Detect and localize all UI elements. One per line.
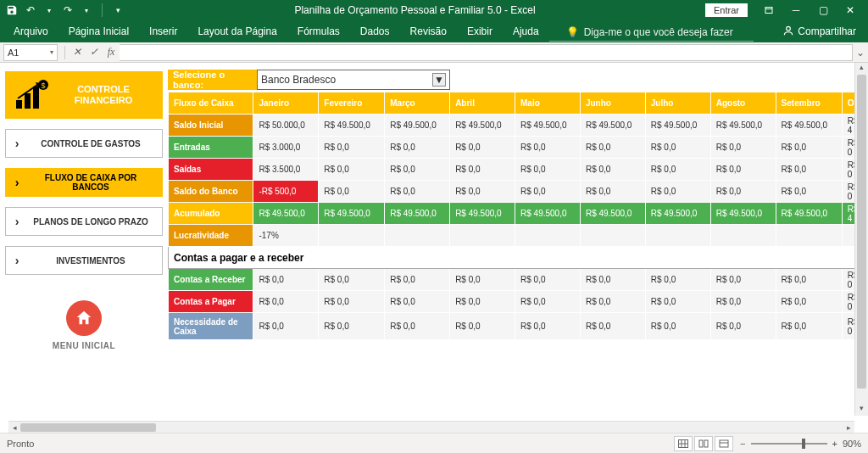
cell[interactable]: R$ 0,0 — [385, 159, 450, 181]
cell[interactable]: R$ 0,0 — [385, 181, 450, 203]
tab-dados[interactable]: Dados — [350, 20, 400, 42]
cell[interactable]: R$ 0,0 — [776, 291, 842, 313]
formula-input[interactable] — [120, 44, 853, 61]
cell[interactable]: R$ 49.500,0 — [450, 115, 515, 137]
cell[interactable]: R$ 0,0 — [319, 181, 385, 203]
zoom-level[interactable]: 90% — [843, 439, 861, 449]
tab-ajuda[interactable]: Ajuda — [503, 20, 549, 42]
cell[interactable]: R$ 0,0 — [580, 137, 645, 159]
cell[interactable]: R$ 0,0 — [580, 269, 645, 291]
tab-revisao[interactable]: Revisão — [400, 20, 457, 42]
undo-icon[interactable]: ↶ — [24, 3, 37, 17]
tab-pagina-inicial[interactable]: Página Inicial — [58, 20, 139, 42]
cell[interactable]: R$ 0,0 — [645, 269, 710, 291]
cell[interactable]: R$ 0,0 — [385, 313, 450, 340]
save-icon[interactable] — [5, 3, 19, 17]
cell[interactable]: R$ 0,0 — [450, 181, 515, 203]
nav-controle-gastos[interactable]: › CONTROLE DE GASTOS — [5, 129, 163, 158]
cell[interactable]: R$ 0,0 — [645, 313, 710, 340]
zoom-in-icon[interactable]: + — [832, 439, 837, 449]
fx-icon[interactable]: fx — [103, 44, 120, 61]
tab-formulas[interactable]: Fórmulas — [287, 20, 350, 42]
cell[interactable] — [710, 225, 776, 247]
cell[interactable]: R$ 0,0 — [385, 137, 450, 159]
scroll-right-icon[interactable]: ▸ — [843, 423, 854, 432]
qat-customize-icon[interactable]: ▾ — [111, 3, 125, 17]
zoom-thumb[interactable] — [802, 439, 805, 449]
cell[interactable]: -R$ 500,0 — [253, 181, 319, 203]
cell[interactable]: R$ 0,0 — [776, 313, 842, 340]
cell[interactable]: R$ 0,0 — [776, 269, 842, 291]
cell[interactable]: R$ 0,0 — [319, 137, 385, 159]
scroll-left-icon[interactable]: ◂ — [8, 423, 20, 432]
bank-dropdown[interactable]: Banco Bradesco ▼ — [257, 70, 450, 90]
page-layout-view-icon[interactable] — [694, 436, 713, 451]
cell[interactable]: R$ 0,0 — [319, 159, 385, 181]
name-box-dropdown-icon[interactable]: ▾ — [50, 48, 53, 56]
cell[interactable]: R$ 0,0 — [710, 269, 776, 291]
vertical-scrollbar[interactable]: ▴ ▾ — [854, 63, 868, 416]
cell[interactable]: R$ 0,0 — [450, 313, 515, 340]
nav-planos-longo-prazo[interactable]: › PLANOS DE LONGO PRAZO — [5, 207, 163, 236]
cell[interactable]: R$ 49.500,0 — [319, 115, 385, 137]
cell[interactable]: R$ 0,0 — [515, 269, 581, 291]
cell[interactable]: R$ 0,0 — [319, 291, 385, 313]
cell[interactable]: R$ 0,0 — [450, 137, 515, 159]
cell[interactable]: R$ 0,0 — [710, 159, 776, 181]
cell[interactable]: R$ 3.000,0 — [253, 137, 319, 159]
expand-formula-bar-icon[interactable]: ⌄ — [853, 47, 868, 59]
cell[interactable] — [645, 225, 710, 247]
cell[interactable]: R$ 49.500,0 — [776, 115, 842, 137]
ribbon-display-icon[interactable] — [756, 2, 782, 19]
cell[interactable]: R$ 0,0 — [515, 159, 581, 181]
home-button[interactable] — [66, 300, 102, 336]
cell[interactable] — [515, 225, 581, 247]
cell[interactable]: R$ 0,0 — [319, 269, 385, 291]
cell[interactable]: R$ 0,0 — [776, 159, 842, 181]
cell[interactable]: R$ 49.500,0 — [580, 115, 645, 137]
cell[interactable]: R$ 0,0 — [580, 159, 645, 181]
tell-me-search[interactable]: 💡 — [549, 25, 754, 42]
cell[interactable]: R$ 49.500,0 — [515, 203, 581, 225]
name-box[interactable]: A1 ▾ — [3, 44, 58, 61]
minimize-icon[interactable]: ─ — [783, 2, 809, 19]
cell[interactable] — [580, 225, 645, 247]
cell[interactable]: R$ 49.500,0 — [450, 203, 515, 225]
cell[interactable] — [385, 225, 450, 247]
zoom-out-icon[interactable]: − — [740, 439, 745, 449]
cell[interactable]: R$ 0,0 — [515, 181, 581, 203]
cell[interactable]: R$ 0,0 — [450, 291, 515, 313]
undo-dropdown-icon[interactable]: ▾ — [42, 3, 56, 17]
cell[interactable]: R$ 0,0 — [580, 181, 645, 203]
cell[interactable]: R$ 0,0 — [580, 291, 645, 313]
cell[interactable]: R$ 0,0 — [645, 137, 710, 159]
cell[interactable]: R$ 0,0 — [645, 159, 710, 181]
normal-view-icon[interactable] — [674, 436, 693, 451]
enter-formula-icon[interactable]: ✓ — [86, 44, 103, 61]
page-break-view-icon[interactable] — [715, 436, 733, 451]
cell[interactable]: R$ 0,0 — [710, 313, 776, 340]
tell-me-input[interactable] — [584, 26, 754, 38]
cell[interactable]: R$ 49.500,0 — [319, 203, 385, 225]
cell[interactable]: R$ 49.500,0 — [645, 203, 710, 225]
cancel-formula-icon[interactable]: ✕ — [69, 44, 86, 61]
cell[interactable]: R$ 0,0 — [710, 291, 776, 313]
cell[interactable]: R$ 0,0 — [385, 291, 450, 313]
cell[interactable]: R$ 49.500,0 — [710, 115, 776, 137]
scrollbar-thumb[interactable] — [20, 423, 156, 432]
cell[interactable]: R$ 0,0 — [253, 269, 319, 291]
cell[interactable]: R$ 0,0 — [645, 291, 710, 313]
cell[interactable]: R$ 0,0 — [319, 313, 385, 340]
cell[interactable]: R$ 0,0 — [515, 313, 581, 340]
cell[interactable]: R$ 49.500,0 — [580, 203, 645, 225]
cell[interactable]: R$ 0,0 — [450, 159, 515, 181]
cell[interactable] — [319, 225, 385, 247]
cell[interactable]: R$ 49.500,0 — [253, 203, 319, 225]
tab-exibir[interactable]: Exibir — [457, 20, 503, 42]
cell[interactable]: R$ 49.500,0 — [385, 115, 450, 137]
cell[interactable]: R$ 3.500,0 — [253, 159, 319, 181]
zoom-track[interactable] — [751, 443, 827, 445]
cell[interactable]: R$ 49.500,0 — [385, 203, 450, 225]
cell[interactable]: R$ 0,0 — [253, 291, 319, 313]
cell[interactable]: R$ 0,0 — [450, 269, 515, 291]
